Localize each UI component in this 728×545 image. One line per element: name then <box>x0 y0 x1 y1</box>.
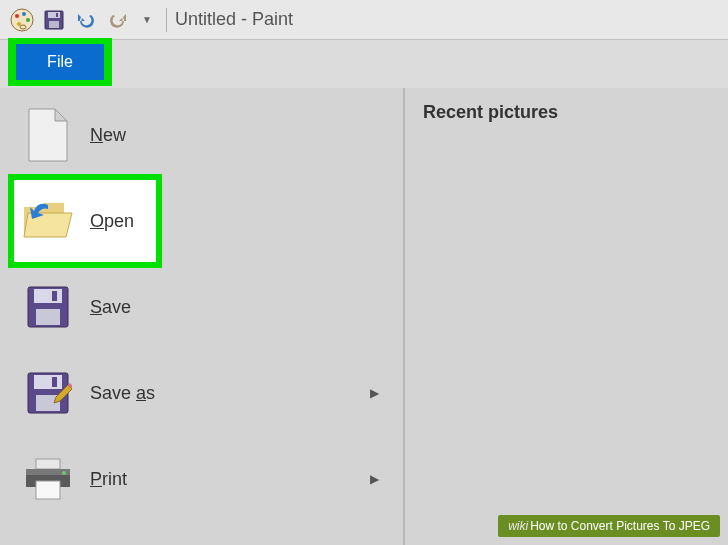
svg-point-3 <box>26 18 30 22</box>
recent-pictures-panel: Recent pictures <box>405 88 728 545</box>
svg-rect-19 <box>36 481 60 499</box>
titlebar-separator <box>166 8 167 32</box>
svg-point-1 <box>15 14 19 18</box>
file-menu: New Open <box>0 88 728 545</box>
new-file-icon <box>20 107 76 163</box>
svg-rect-7 <box>48 12 60 18</box>
save-as-floppy-icon <box>20 365 76 421</box>
svg-rect-11 <box>34 289 62 303</box>
svg-point-2 <box>22 12 26 16</box>
undo-icon[interactable] <box>72 6 100 34</box>
svg-rect-13 <box>52 291 57 301</box>
watermark-text: How to Convert Pictures To JPEG <box>530 519 710 533</box>
svg-rect-18 <box>36 459 60 469</box>
submenu-arrow-icon: ▶ <box>370 386 379 400</box>
svg-rect-9 <box>56 13 58 17</box>
save-icon[interactable] <box>40 6 68 34</box>
submenu-arrow-icon: ▶ <box>370 472 379 486</box>
open-folder-icon <box>20 193 76 249</box>
window-title: Untitled - Paint <box>175 9 293 30</box>
menu-item-save[interactable]: Save <box>0 264 403 350</box>
svg-rect-17 <box>52 377 57 387</box>
ribbon-tab-row: File <box>0 40 728 88</box>
svg-rect-15 <box>34 375 62 389</box>
menu-item-save-as[interactable]: Save as ▶ <box>0 350 403 436</box>
svg-rect-12 <box>36 309 60 325</box>
menu-label-save: Save <box>90 297 131 318</box>
save-floppy-icon <box>20 279 76 335</box>
file-tab-label: File <box>47 53 73 71</box>
qat-dropdown-icon[interactable]: ▼ <box>142 14 152 25</box>
svg-rect-8 <box>49 21 59 28</box>
printer-icon <box>20 451 76 507</box>
menu-item-print[interactable]: Print ▶ <box>0 436 403 522</box>
menu-label-new: New <box>90 125 126 146</box>
redo-icon[interactable] <box>104 6 132 34</box>
title-bar: ▼ Untitled - Paint <box>0 0 728 40</box>
svg-point-20 <box>62 471 66 475</box>
file-menu-left-column: New Open <box>0 88 405 545</box>
menu-item-open[interactable]: Open <box>0 178 403 264</box>
menu-label-print: Print <box>90 469 127 490</box>
watermark-brand: wiki <box>508 519 528 533</box>
watermark: wikiHow to Convert Pictures To JPEG <box>498 515 720 537</box>
menu-label-open: Open <box>90 211 134 232</box>
recent-pictures-title: Recent pictures <box>423 102 710 123</box>
paint-app-icon <box>8 6 36 34</box>
file-tab[interactable]: File <box>16 44 104 80</box>
menu-label-save-as: Save as <box>90 383 155 404</box>
svg-point-5 <box>20 25 26 29</box>
menu-item-new[interactable]: New <box>0 92 403 178</box>
